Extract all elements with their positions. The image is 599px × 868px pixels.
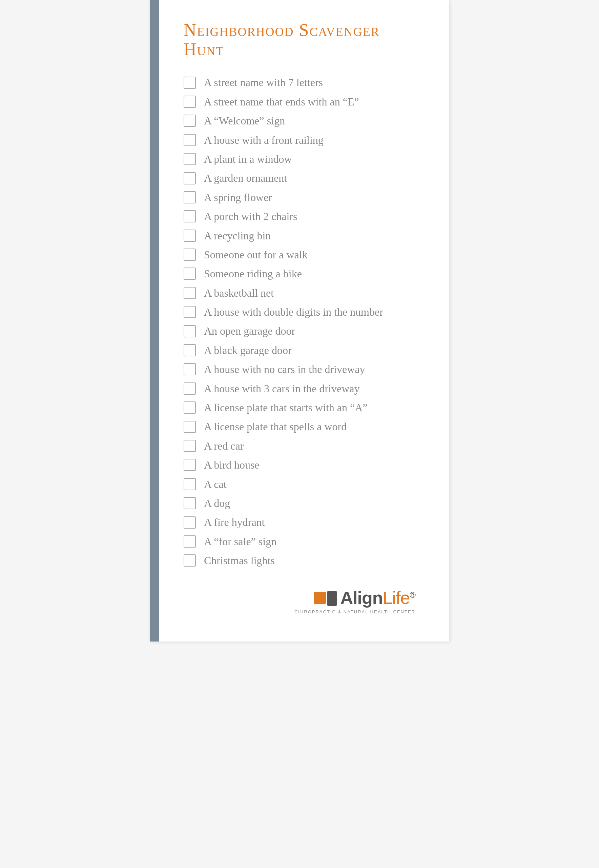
checkbox[interactable] bbox=[184, 535, 196, 548]
list-item: A bird house bbox=[184, 458, 422, 471]
item-text: A “for sale” sign bbox=[204, 535, 277, 548]
logo-container: AlignLife® Chiropractic & Natural Health… bbox=[294, 587, 415, 614]
checkbox[interactable] bbox=[184, 267, 196, 280]
list-item: A house with 3 cars in the driveway bbox=[184, 382, 422, 395]
checkbox[interactable] bbox=[184, 249, 196, 261]
list-item: A basketball net bbox=[184, 287, 422, 299]
list-item: A red car bbox=[184, 439, 422, 452]
item-text: A house with 3 cars in the driveway bbox=[204, 382, 360, 395]
checkbox[interactable] bbox=[184, 229, 196, 242]
logo-registered: ® bbox=[409, 590, 415, 599]
item-text: A house with a front railing bbox=[204, 134, 324, 146]
item-text: A fire hydrant bbox=[204, 516, 265, 528]
logo-main: AlignLife® bbox=[314, 587, 415, 608]
checkbox[interactable] bbox=[184, 478, 196, 490]
logo-subtitle: Chiropractic & Natural Health Center bbox=[294, 609, 415, 614]
page: Neighborhood Scavenger Hunt A street nam… bbox=[150, 0, 449, 642]
list-item: An open garage door bbox=[184, 325, 422, 337]
checkbox[interactable] bbox=[184, 382, 196, 395]
item-text: A spring flower bbox=[204, 191, 272, 204]
item-text: Someone riding a bike bbox=[204, 267, 302, 280]
list-item: A black garage door bbox=[184, 344, 422, 357]
page-title: Neighborhood Scavenger Hunt bbox=[184, 20, 422, 59]
list-item: A porch with 2 chairs bbox=[184, 210, 422, 223]
item-text: A basketball net bbox=[204, 287, 274, 299]
checkbox[interactable] bbox=[184, 459, 196, 471]
checkbox[interactable] bbox=[184, 325, 196, 337]
checkbox[interactable] bbox=[184, 115, 196, 127]
logo-life: Life bbox=[382, 588, 409, 608]
item-text: A garden ornament bbox=[204, 172, 287, 184]
checkbox[interactable] bbox=[184, 77, 196, 89]
item-text: Someone out for a walk bbox=[204, 248, 308, 261]
item-text: A dog bbox=[204, 497, 230, 510]
item-text: A “Welcome” sign bbox=[204, 114, 285, 127]
item-text: A house with no cars in the driveway bbox=[204, 363, 365, 376]
list-item: Christmas lights bbox=[184, 554, 422, 567]
item-text: Christmas lights bbox=[204, 554, 275, 567]
item-text: A street name that ends with an “E” bbox=[204, 95, 359, 108]
checkbox[interactable] bbox=[184, 306, 196, 318]
list-item: A license plate that starts with an “A” bbox=[184, 401, 422, 414]
logo-text: AlignLife® bbox=[340, 587, 415, 608]
list-item: A license plate that spells a word bbox=[184, 420, 422, 433]
checkbox[interactable] bbox=[184, 402, 196, 414]
list-item: Someone out for a walk bbox=[184, 248, 422, 261]
left-bar bbox=[150, 0, 159, 642]
checkbox[interactable] bbox=[184, 287, 196, 299]
item-text: A red car bbox=[204, 439, 244, 452]
item-text: A license plate that spells a word bbox=[204, 420, 346, 433]
list-item: A house with double digits in the number bbox=[184, 305, 422, 319]
item-text: A plant in a window bbox=[204, 152, 292, 166]
list-item: A spring flower bbox=[184, 191, 422, 204]
list-item: A house with a front railing bbox=[184, 134, 422, 146]
checkbox[interactable] bbox=[184, 153, 196, 165]
checkbox[interactable] bbox=[184, 421, 196, 433]
checkbox[interactable] bbox=[184, 516, 196, 528]
checkbox[interactable] bbox=[184, 191, 196, 204]
list-item: A “for sale” sign bbox=[184, 535, 422, 548]
list-item: Someone riding a bike bbox=[184, 267, 422, 280]
checkbox[interactable] bbox=[184, 344, 196, 356]
checklist: A street name with 7 lettersA street nam… bbox=[184, 76, 422, 567]
list-item: A fire hydrant bbox=[184, 516, 422, 528]
logo-icon-orange bbox=[314, 592, 326, 604]
list-item: A house with no cars in the driveway bbox=[184, 363, 422, 376]
logo-icon-gray bbox=[327, 591, 337, 606]
checkbox[interactable] bbox=[184, 497, 196, 509]
list-item: A dog bbox=[184, 497, 422, 510]
checkbox[interactable] bbox=[184, 554, 196, 566]
item-text: A porch with 2 chairs bbox=[204, 210, 298, 223]
list-item: A plant in a window bbox=[184, 152, 422, 166]
item-text: A street name with 7 letters bbox=[204, 76, 323, 89]
checkbox[interactable] bbox=[184, 134, 196, 146]
list-item: A recycling bin bbox=[184, 229, 422, 242]
list-item: A street name that ends with an “E” bbox=[184, 95, 422, 108]
list-item: A cat bbox=[184, 478, 422, 491]
list-item: A garden ornament bbox=[184, 172, 422, 184]
item-text: A bird house bbox=[204, 458, 259, 471]
list-item: A “Welcome” sign bbox=[184, 114, 422, 127]
item-text: A house with double digits in the number bbox=[204, 305, 383, 319]
logo-icon bbox=[314, 590, 337, 606]
checkbox[interactable] bbox=[184, 210, 196, 222]
item-text: A license plate that starts with an “A” bbox=[204, 401, 367, 414]
checkbox[interactable] bbox=[184, 96, 196, 108]
checkbox[interactable] bbox=[184, 172, 196, 184]
item-text: A recycling bin bbox=[204, 229, 271, 242]
checkbox[interactable] bbox=[184, 440, 196, 452]
item-text: A cat bbox=[204, 478, 227, 491]
item-text: A black garage door bbox=[204, 344, 292, 357]
logo-align: Align bbox=[340, 588, 382, 608]
list-item: A street name with 7 letters bbox=[184, 76, 422, 89]
checkbox[interactable] bbox=[184, 363, 196, 375]
footer: AlignLife® Chiropractic & Natural Health… bbox=[184, 587, 422, 614]
item-text: An open garage door bbox=[204, 325, 295, 337]
